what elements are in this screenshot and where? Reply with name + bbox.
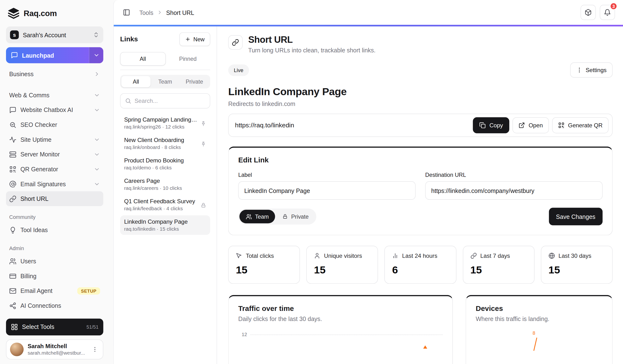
content-row: Links New All Pinned All Team Private <box>114 26 623 364</box>
sidebar-item-label: Email Agent <box>21 287 52 294</box>
settings-button[interactable]: Settings <box>570 63 612 78</box>
stat-value: 15 <box>470 264 527 276</box>
link-title-heading: LinkedIn Company Page <box>228 86 613 98</box>
sidebar-spacer <box>6 313 103 318</box>
label-input[interactable] <box>238 181 416 200</box>
account-switcher[interactable]: s Sarah's Account <box>6 26 103 43</box>
link-item-main: Spring Campaign Landing P... raq.link/sp… <box>124 117 197 130</box>
stat-label: Last 30 days <box>558 253 591 259</box>
sidebar-item-site-uptime[interactable]: Site Uptime <box>6 132 103 147</box>
stat-head: Total clicks <box>236 253 292 259</box>
sidebar-item-email-signatures[interactable]: Email Signatures <box>6 177 103 192</box>
bar-chart-icon <box>392 253 399 259</box>
link-title: Product Demo Booking <box>124 157 206 164</box>
launchpad-expand-button[interactable] <box>89 47 103 64</box>
list-item-selected[interactable]: LinkedIn Company Page raq.to/linkedin · … <box>120 215 210 235</box>
chevron-down-icon <box>94 92 100 98</box>
layers-logo-icon <box>8 7 20 19</box>
sidebar-item-label: Email Signatures <box>21 180 66 187</box>
generate-qr-button[interactable]: Generate QR <box>552 117 609 133</box>
short-url-value: https://raq.to/linkedin <box>235 122 470 129</box>
sidebar-toggle-button[interactable] <box>119 5 134 20</box>
open-label: Open <box>529 122 543 128</box>
sidebar-item-seo-checker[interactable]: SEO Checker <box>6 117 103 132</box>
sidebar-item-server-monitor[interactable]: Server Monitor <box>6 147 103 162</box>
scope-tab-team[interactable]: Team <box>151 76 180 87</box>
stat-label: Last 24 hours <box>402 253 437 259</box>
main-panel: Tools Short URL 3 L <box>113 0 623 364</box>
package-button[interactable] <box>580 5 596 20</box>
list-item[interactable]: Q1 Client Feedback Survey raq.link/feedb… <box>120 195 210 214</box>
tab-pinned[interactable]: Pinned <box>166 52 210 66</box>
qr-code-icon <box>558 122 565 128</box>
sidebar-item-short-url[interactable]: Short URL <box>6 191 103 206</box>
sidebar-item-ai-connections[interactable]: AI Connections <box>6 298 103 313</box>
notification-badge: 3 <box>610 2 618 10</box>
chevron-right-icon <box>157 10 162 15</box>
traffic-chart-subtitle: Daily clicks for the last 30 days. <box>238 316 443 322</box>
kebab-icon <box>91 346 98 352</box>
launchpad-button[interactable]: Launchpad <box>6 47 103 64</box>
lock-icon <box>201 202 206 208</box>
launchpad-icon <box>11 52 18 59</box>
user-meta: Sarah Mitchell sarah.mitchell@westbur... <box>28 343 85 356</box>
link-meta: raq.to/demo · 6 clicks <box>124 165 206 170</box>
stat-head: Last 24 hours <box>392 253 448 259</box>
accent-gradient-bar <box>114 25 623 26</box>
list-item[interactable]: Careers Page raq.link/careers · 10 click… <box>120 174 210 194</box>
new-link-button[interactable]: New <box>179 32 210 46</box>
section-toggle-web-comms[interactable]: Web & Comms <box>6 88 103 103</box>
user-card[interactable]: Sarah Mitchell sarah.mitchell@westbur... <box>6 339 103 359</box>
team-toggle[interactable]: Team <box>239 210 275 223</box>
share-nodes-icon <box>9 302 16 309</box>
private-toggle[interactable]: Private <box>276 210 315 223</box>
users-icon <box>246 214 252 220</box>
sidebar-item-qr-generator[interactable]: QR Generator <box>6 162 103 177</box>
destination-input[interactable] <box>425 181 602 200</box>
qr-code-icon <box>9 166 16 173</box>
new-link-label: New <box>194 36 205 43</box>
sidebar-item-billing[interactable]: Billing <box>6 269 103 283</box>
stat-head: Last 7 days <box>470 253 527 259</box>
breadcrumb-tools[interactable]: Tools <box>139 9 153 16</box>
sidebar-item-label: Tool Ideas <box>21 227 48 233</box>
sidebar-item-business[interactable]: Business <box>6 66 103 82</box>
list-item[interactable]: New Client Onboarding raq.link/onboard ·… <box>120 134 210 153</box>
mail-icon <box>9 287 16 294</box>
list-item[interactable]: Product Demo Booking raq.to/demo · 6 cli… <box>120 154 210 174</box>
sidebar-item-website-chatbox-ai[interactable]: Website Chatbox AI <box>6 102 103 117</box>
open-button[interactable]: Open <box>513 117 549 133</box>
short-url-bar: https://raq.to/linkedin Copy Open Genera… <box>228 114 613 137</box>
user-menu-button[interactable] <box>90 344 100 354</box>
account-initial-badge: s <box>10 30 19 39</box>
search-box <box>120 93 210 108</box>
page-subtitle: Turn long URLs into clean, trackable sho… <box>248 47 376 54</box>
sidebar-item-label: Billing <box>21 273 37 279</box>
copy-label: Copy <box>489 122 503 128</box>
launchpad-main[interactable]: Launchpad <box>6 47 89 64</box>
link-title: Spring Campaign Landing P... <box>124 117 197 123</box>
link-item-main: Product Demo Booking raq.to/demo · 6 cli… <box>124 157 206 171</box>
scope-tab-private[interactable]: Private <box>180 76 209 87</box>
filter-tabs: All Pinned <box>120 52 210 70</box>
tab-all[interactable]: All <box>120 52 166 66</box>
data-point-label: 8 <box>533 330 535 336</box>
list-item[interactable]: Spring Campaign Landing P... raq.link/sp… <box>120 113 210 133</box>
pin-icon <box>201 141 206 147</box>
sidebar-item-tool-ideas[interactable]: Tool Ideas <box>6 222 103 237</box>
chevron-down-icon <box>93 52 99 59</box>
lightbulb-icon <box>9 226 16 234</box>
at-sign-icon <box>9 180 16 187</box>
traffic-chart-card: Traffic over time Daily clicks for the l… <box>228 295 453 364</box>
app-root: Raq.com s Sarah's Account Launchpad Busi… <box>0 0 623 364</box>
save-changes-button[interactable]: Save Changes <box>549 208 602 225</box>
panel-left-icon <box>123 9 130 16</box>
sidebar-item-email-agent[interactable]: Email Agent SETUP <box>6 283 103 298</box>
copy-button[interactable]: Copy <box>473 117 509 133</box>
search-input[interactable] <box>134 98 205 104</box>
destination-field-group: Destination URL <box>425 172 602 200</box>
scope-tab-all[interactable]: All <box>121 76 151 87</box>
select-tools-button[interactable]: Select Tools 51/51 <box>6 318 103 335</box>
sidebar-item-users[interactable]: Users <box>6 254 103 269</box>
tool-titles: Short URL Turn long URLs into clean, tra… <box>248 34 376 54</box>
